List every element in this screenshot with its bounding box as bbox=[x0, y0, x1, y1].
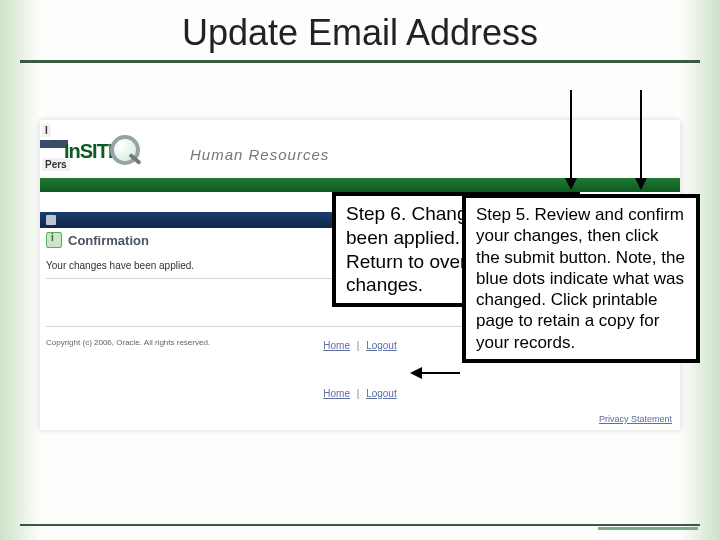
slide: Update Email Address I Pers InSITE Human… bbox=[0, 0, 720, 540]
arrow-left bbox=[410, 372, 460, 374]
crop-label-top: I bbox=[42, 124, 51, 137]
callout-step-5-text: Step 5. Review and confirm your changes,… bbox=[476, 205, 685, 352]
separator: | bbox=[357, 340, 360, 351]
magnifier-icon bbox=[106, 133, 142, 169]
slide-title: Update Email Address bbox=[0, 12, 720, 54]
separator: | bbox=[357, 388, 360, 399]
title-rule bbox=[20, 60, 700, 63]
bottom-accent bbox=[598, 527, 698, 530]
confirmation-message: Your changes have been applied. bbox=[46, 260, 194, 271]
logout-link[interactable]: Logout bbox=[366, 388, 397, 399]
bottom-rule bbox=[20, 524, 700, 526]
footer-links-lower: Home | Logout bbox=[40, 388, 680, 399]
insite-logo: InSITE bbox=[64, 128, 184, 174]
arrow-down-2 bbox=[640, 90, 642, 190]
home-link[interactable]: Home bbox=[323, 388, 350, 399]
confirmation-header: Confirmation bbox=[46, 232, 149, 248]
privacy-link[interactable]: Privacy Statement bbox=[599, 414, 672, 424]
green-band bbox=[40, 178, 680, 192]
callout-step-5: Step 5. Review and confirm your changes,… bbox=[462, 194, 700, 363]
brand-row: I Pers InSITE Human Resources bbox=[40, 120, 680, 180]
arrow-down-1 bbox=[570, 90, 572, 190]
home-link[interactable]: Home bbox=[323, 340, 350, 351]
confirmation-title: Confirmation bbox=[68, 233, 149, 248]
logout-link[interactable]: Logout bbox=[366, 340, 397, 351]
hr-subtitle: Human Resources bbox=[190, 146, 329, 163]
info-icon bbox=[46, 232, 62, 248]
copyright: Copyright (c) 2006, Oracle. All rights r… bbox=[46, 338, 210, 347]
